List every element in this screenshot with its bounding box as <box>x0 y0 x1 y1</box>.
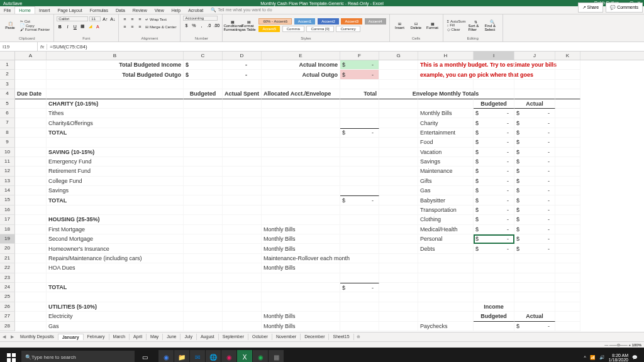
cell-J20[interactable]: $- <box>514 244 555 253</box>
cell-J26[interactable] <box>514 302 555 312</box>
cell-I11[interactable]: $- <box>474 157 514 167</box>
cell-I16[interactable]: $- <box>474 206 514 215</box>
cell-C19[interactable] <box>184 234 223 244</box>
cell-F7[interactable] <box>340 118 379 128</box>
cell-H9[interactable]: Food <box>418 138 474 147</box>
cell-G9[interactable] <box>379 138 418 147</box>
cell-C14[interactable] <box>184 186 223 195</box>
menu-file[interactable]: File <box>0 7 14 14</box>
decimal-dec-icon[interactable]: .00 <box>213 22 219 28</box>
cell-B12[interactable]: Retirement Fund <box>47 167 184 176</box>
cell-G17[interactable] <box>379 215 418 224</box>
cell-D4[interactable]: Actual Spent <box>223 89 262 99</box>
cell-H7[interactable]: Charity <box>418 118 474 128</box>
comma-icon[interactable]: , <box>198 22 204 28</box>
cell-B4[interactable] <box>47 89 184 99</box>
menu-page-layout[interactable]: Page Layout <box>53 7 86 14</box>
cell-E11[interactable] <box>262 157 340 167</box>
cell-K7[interactable] <box>555 118 580 128</box>
cell-E6[interactable] <box>262 109 340 118</box>
cell-F4[interactable]: Total <box>340 89 379 99</box>
align-bottom-icon[interactable]: ≡ <box>136 16 143 22</box>
cell-H27[interactable] <box>418 312 474 321</box>
row-header-3[interactable]: 3 <box>0 80 15 89</box>
row-header-28[interactable]: 28 <box>0 322 15 331</box>
cell-J6[interactable]: $- <box>514 109 555 118</box>
cell-F6[interactable] <box>340 109 379 118</box>
style-accent2[interactable]: Accent2 <box>318 18 339 25</box>
cell-I27[interactable]: Budgeted <box>474 312 514 321</box>
increase-font-icon[interactable]: A↑ <box>102 16 108 22</box>
cell-A17[interactable] <box>15 215 47 224</box>
insert-cells-button[interactable]: ⊞Insert <box>392 16 408 35</box>
decimal-inc-icon[interactable]: .0 <box>206 22 212 28</box>
row-header-18[interactable]: 18 <box>0 225 15 234</box>
cell-K25[interactable] <box>555 292 580 302</box>
cell-C5[interactable] <box>184 99 223 109</box>
cell-H11[interactable]: Savings <box>418 157 474 167</box>
cell-A6[interactable] <box>15 109 47 118</box>
cell-I20[interactable]: $- <box>474 244 514 253</box>
cell-J2[interactable] <box>514 70 555 79</box>
cell-J1[interactable] <box>514 60 555 70</box>
cell-H21[interactable] <box>418 254 474 263</box>
cell-A13[interactable] <box>15 177 47 186</box>
cell-D1[interactable] <box>223 60 262 70</box>
cell-G21[interactable] <box>379 254 418 263</box>
cell-J22[interactable] <box>514 263 555 273</box>
cell-I21[interactable] <box>474 254 514 263</box>
row-header-4[interactable]: 4 <box>0 89 15 99</box>
cell-G13[interactable] <box>379 177 418 186</box>
cell-I1[interactable] <box>474 60 514 70</box>
cell-H23[interactable] <box>418 273 474 283</box>
cell-D16[interactable] <box>223 206 262 215</box>
sheet-tab-april[interactable]: April <box>130 334 147 340</box>
col-header-G[interactable]: G <box>379 52 418 60</box>
cell-I28[interactable] <box>474 322 514 331</box>
cell-D10[interactable] <box>223 148 262 157</box>
autosave-toggle[interactable]: AutoSave <box>3 1 22 6</box>
cell-B11[interactable]: Emergency Fund <box>47 157 184 167</box>
cell-G3[interactable] <box>379 80 418 89</box>
cell-F1[interactable]: $- <box>340 60 379 70</box>
cell-F22[interactable] <box>340 263 379 273</box>
row-header-1[interactable]: 1 <box>0 60 15 70</box>
cell-B18[interactable]: First Mortgage <box>47 225 184 234</box>
cell-D13[interactable] <box>223 177 262 186</box>
cell-D28[interactable] <box>223 322 262 331</box>
cell-K9[interactable] <box>555 138 580 147</box>
sheet-tab-november[interactable]: November <box>272 334 301 340</box>
row-header-15[interactable]: 15 <box>0 195 15 205</box>
cell-B7[interactable]: Charity&Offerings <box>47 118 184 128</box>
sheet-tab-december[interactable]: December <box>301 334 329 340</box>
taskbar-app-2[interactable]: 📁 <box>174 350 189 363</box>
cell-G12[interactable] <box>379 167 418 176</box>
cell-K10[interactable] <box>555 148 580 157</box>
cell-H15[interactable]: Babysitter <box>418 195 474 205</box>
cell-E12[interactable] <box>262 167 340 176</box>
cell-I8[interactable]: $- <box>474 128 514 138</box>
menu-data[interactable]: Data <box>112 7 129 14</box>
cell-G26[interactable] <box>379 302 418 312</box>
cell-J27[interactable]: Actual <box>514 312 555 321</box>
cell-F20[interactable] <box>340 244 379 253</box>
cell-H8[interactable]: Entertainment <box>418 128 474 138</box>
row-header-2[interactable]: 2 <box>0 70 15 79</box>
decrease-font-icon[interactable]: A↓ <box>109 16 116 22</box>
cell-B2[interactable]: Total Budgeted Outgo <box>47 70 184 79</box>
cell-F2[interactable]: $- <box>340 70 379 79</box>
cell-E22[interactable]: Monthly Bills <box>262 263 340 273</box>
cell-D25[interactable] <box>223 292 262 302</box>
zoom-controls[interactable]: — ——⊙—— + 100% <box>604 343 641 347</box>
cell-E14[interactable] <box>262 186 340 195</box>
cell-G16[interactable] <box>379 206 418 215</box>
fx-icon[interactable]: fx <box>38 44 47 50</box>
style-accent3[interactable]: Accent3 <box>341 18 362 25</box>
cell-C2[interactable]: $- <box>184 70 223 79</box>
cell-F26[interactable] <box>340 302 379 312</box>
autosum-button[interactable]: Σ AutoSum <box>446 19 467 23</box>
cell-C11[interactable] <box>184 157 223 167</box>
bold-button[interactable]: B <box>57 23 63 30</box>
menu-insert[interactable]: Insert <box>35 7 54 14</box>
cell-J19[interactable]: $- <box>514 234 555 244</box>
